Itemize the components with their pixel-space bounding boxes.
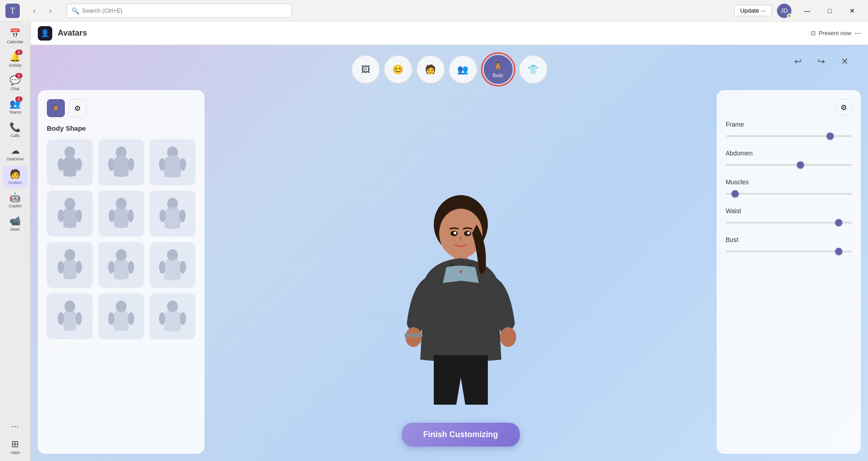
chat-badge: 5 — [15, 73, 23, 78]
body-shape-2[interactable] — [98, 139, 144, 185]
editor-close-button[interactable]: ✕ — [836, 52, 854, 70]
toolbar-shirt-button[interactable]: 👕 — [519, 55, 548, 84]
body-shape-svg-4 — [56, 196, 83, 232]
main-layout: 📅 Calendar 🔔 6 Activity 💬 5 Chat 👥 2 Tea… — [0, 22, 868, 461]
shape-tab[interactable]: 🧍 — [47, 99, 65, 117]
present-now-button[interactable]: ⊡ Present now — [811, 30, 851, 37]
accessory-tab[interactable]: ⚙ — [68, 99, 86, 117]
present-icon: ⊡ — [811, 30, 816, 37]
window-controls: — □ ✕ — [797, 4, 863, 18]
maximize-button[interactable]: □ — [819, 4, 840, 18]
body-shape-12[interactable] — [150, 293, 195, 339]
toolbar-face-button[interactable]: 😊 — [384, 55, 413, 84]
svg-point-6 — [108, 158, 114, 171]
minimize-button[interactable]: — — [797, 4, 818, 18]
sidebar-item-calls[interactable]: 📞 Calls — [3, 119, 28, 141]
svg-point-10 — [180, 158, 186, 171]
svg-rect-47 — [404, 333, 423, 337]
body-shape-svg-2 — [108, 144, 135, 180]
close-button[interactable]: ✕ — [842, 4, 863, 18]
onedrive-icon: ☁ — [11, 145, 20, 156]
filter-button[interactable]: ⚙ — [836, 99, 852, 115]
shape-tab-icon: 🧍 — [51, 104, 60, 113]
svg-point-34 — [128, 312, 134, 325]
activity-icon: 🔔 6 — [9, 51, 21, 62]
editor-main: 🧍 ⚙ Body Shape — [31, 90, 868, 461]
page-title: Avatars — [58, 28, 87, 38]
body-shape-11[interactable] — [98, 293, 144, 339]
editor-right-actions: ↩ ↪ ✕ — [789, 52, 854, 70]
toolbar-body-selected-wrapper: 🧍 Body — [481, 52, 515, 87]
sidebar-item-more[interactable]: ··· — [3, 418, 28, 434]
sidebar-item-onedrive[interactable]: ☁ OneDrive — [3, 142, 28, 164]
search-icon: 🔍 — [72, 7, 79, 14]
body-shape-4[interactable] — [47, 191, 93, 237]
body-shape-9[interactable] — [150, 242, 195, 288]
svg-point-33 — [108, 312, 114, 325]
body-shape-10[interactable] — [47, 293, 93, 339]
teams-icon: 👥 2 — [9, 98, 21, 109]
body-shape-svg-3 — [159, 144, 186, 180]
title-bar-right: Update ··· JD — □ ✕ — [734, 4, 863, 18]
avatars-icon: 🧑 — [9, 169, 21, 179]
shirt-icon: 👕 — [527, 64, 539, 75]
abdomen-slider[interactable] — [726, 164, 852, 166]
undo-button[interactable]: ↩ — [789, 52, 807, 70]
body-shape-3[interactable] — [150, 139, 195, 185]
groups-icon: 👥 — [457, 64, 468, 75]
waist-slider[interactable] — [726, 222, 852, 224]
sidebar-item-activity[interactable]: 🔔 6 Activity — [3, 49, 28, 70]
svg-point-46 — [467, 232, 470, 234]
redo-button[interactable]: ↪ — [812, 52, 830, 70]
svg-point-36 — [159, 312, 165, 325]
left-panel: 🧍 ⚙ Body Shape — [38, 90, 205, 454]
frame-slider[interactable] — [726, 135, 852, 137]
apps-icon: ⊞ — [11, 438, 19, 449]
body-shape-6[interactable] — [150, 191, 195, 237]
svg-point-15 — [109, 210, 115, 222]
sidebar-item-apps[interactable]: ⊞ Apps — [3, 436, 28, 457]
header-more-button[interactable]: ··· — [855, 29, 861, 37]
sidebar-item-avatars[interactable]: 🧑 Avatars — [3, 166, 28, 187]
update-button[interactable]: Update ··· — [734, 5, 772, 16]
finish-customizing-button[interactable]: Finish Customizing — [402, 423, 520, 447]
back-button[interactable]: ‹ — [27, 4, 41, 18]
muscles-slider[interactable] — [726, 193, 852, 195]
sidebar-label-copilot: Copilot — [9, 204, 21, 208]
sidebar-label-apps: Apps — [10, 450, 20, 455]
sidebar-item-teams[interactable]: 👥 2 Teams — [3, 96, 28, 117]
toolbar-body-button[interactable]: 🧍 Body — [484, 55, 513, 84]
editor-area: 🖼 😊 🧑 👥 🧍 Body — [31, 45, 868, 461]
toolbar-scene-button[interactable]: 🖼 — [351, 55, 380, 84]
user-avatar[interactable]: JD — [777, 4, 791, 18]
svg-point-3 — [58, 158, 64, 171]
sidebar-item-copilot[interactable]: 🤖 Copilot — [3, 189, 28, 211]
bust-slider[interactable] — [726, 251, 852, 252]
right-panel: ⚙ Frame Abdomen — [717, 90, 861, 454]
sidebar-item-calendar[interactable]: 📅 Calendar — [3, 25, 28, 47]
title-bar: T ‹ › 🔍 Update ··· JD — □ ✕ — [0, 0, 868, 22]
search-input[interactable] — [82, 7, 287, 14]
calls-icon: 📞 — [9, 122, 21, 132]
meet-icon: 📹 — [9, 215, 21, 226]
body-shape-5[interactable] — [98, 191, 144, 237]
sidebar-label-avatars: Avatars — [8, 180, 22, 185]
frame-slider-section: Frame — [726, 121, 852, 141]
body-shape-grid — [47, 139, 195, 339]
body-shape-8[interactable] — [98, 242, 144, 288]
muscles-label: Muscles — [726, 178, 852, 186]
sidebar-item-chat[interactable]: 💬 5 Chat — [3, 72, 28, 94]
body-shape-svg-5 — [108, 196, 135, 232]
sidebar: 📅 Calendar 🔔 6 Activity 💬 5 Chat 👥 2 Tea… — [0, 22, 31, 461]
toolbar-head-button[interactable]: 🧑 — [416, 55, 445, 84]
svg-point-45 — [454, 232, 456, 234]
toolbar-groups-button[interactable]: 👥 — [449, 55, 477, 84]
chat-icon: 💬 5 — [9, 75, 21, 86]
sidebar-label-onedrive: OneDrive — [6, 157, 23, 161]
body-shape-svg-7 — [56, 247, 83, 283]
forward-button[interactable]: › — [43, 4, 58, 18]
body-shape-1[interactable] — [47, 139, 93, 185]
svg-point-19 — [179, 210, 186, 222]
body-shape-7[interactable] — [47, 242, 93, 288]
sidebar-item-meet[interactable]: 📹 Meet — [3, 213, 28, 234]
